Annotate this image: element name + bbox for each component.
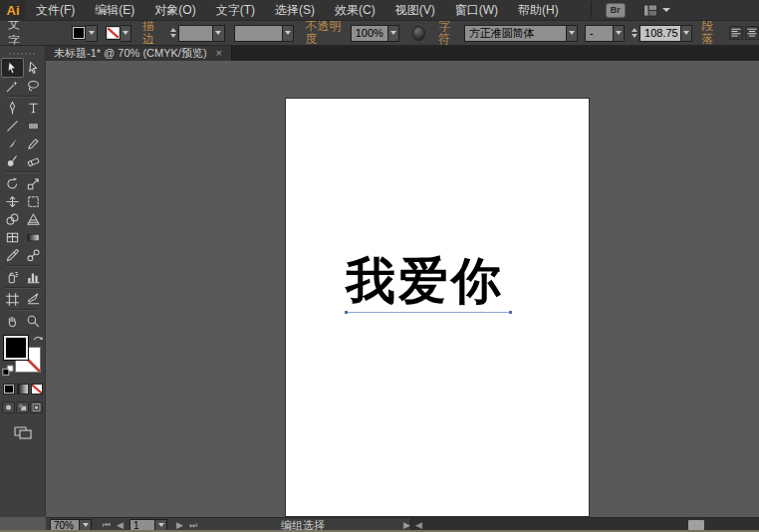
- tab-close-icon[interactable]: ×: [216, 46, 222, 61]
- app-logo: Ai: [0, 0, 26, 21]
- mesh-tool[interactable]: [2, 228, 23, 246]
- stroke-weight-field[interactable]: [178, 25, 214, 42]
- symbol-sprayer-tool[interactable]: [2, 268, 23, 286]
- line-segment-tool[interactable]: [2, 117, 23, 134]
- font-family-dropdown[interactable]: [567, 25, 578, 42]
- shape-builder-tool[interactable]: [2, 210, 23, 228]
- gradient-button[interactable]: [17, 384, 29, 395]
- swap-fill-stroke-icon[interactable]: [33, 333, 44, 347]
- draw-inside-button[interactable]: [30, 401, 43, 413]
- align-left-icon[interactable]: [729, 26, 743, 40]
- style-circle-icon[interactable]: [412, 26, 425, 41]
- lasso-tool[interactable]: [23, 77, 44, 95]
- workspace-switcher-button[interactable]: [641, 4, 670, 17]
- magic-wand-icon: [5, 79, 20, 94]
- screen-mode-button[interactable]: [0, 425, 45, 440]
- zoom-tool[interactable]: [23, 312, 44, 330]
- draw-normal-button[interactable]: [2, 401, 15, 413]
- fill-swatch[interactable]: [3, 335, 29, 361]
- rectangle-tool[interactable]: [23, 117, 44, 134]
- artboard[interactable]: 我爱你: [285, 98, 590, 517]
- rectangle-icon: [26, 119, 41, 133]
- eyedropper-icon: [5, 248, 20, 263]
- scale-icon: [26, 176, 41, 191]
- blob-brush-icon: [5, 154, 20, 169]
- none-button[interactable]: [31, 384, 43, 395]
- opacity-panel-link[interactable]: 不透明度: [305, 21, 346, 46]
- font-size-field[interactable]: 108.75: [639, 25, 681, 42]
- default-fill-stroke-icon[interactable]: [2, 365, 14, 380]
- width-profile-dropdown[interactable]: [283, 25, 294, 42]
- eyedropper-tool[interactable]: [2, 246, 23, 264]
- blob-brush-tool[interactable]: [2, 152, 23, 170]
- bridge-button[interactable]: Br: [606, 3, 626, 18]
- font-size-dropdown[interactable]: [681, 25, 692, 42]
- slice-tool[interactable]: [23, 290, 44, 308]
- stroke-color-dropdown[interactable]: [121, 25, 131, 42]
- opacity-field[interactable]: 100%: [351, 25, 388, 42]
- tools-grid: [0, 59, 45, 330]
- hand-tool[interactable]: [2, 312, 23, 330]
- menu-item-1[interactable]: 文件(F): [26, 0, 85, 21]
- gradient-icon: [26, 230, 41, 245]
- document-tab[interactable]: 未标题-1* @ 70% (CMYK/预览) ×: [45, 46, 232, 61]
- scroll-left-icon[interactable]: ◀: [411, 520, 426, 530]
- direct-selection-tool[interactable]: [23, 59, 44, 77]
- width-profile-field[interactable]: [234, 25, 284, 42]
- blend-icon: [26, 248, 41, 263]
- context-label: 文字: [8, 21, 29, 46]
- opacity-dropdown[interactable]: [388, 25, 399, 42]
- perspective-grid-tool[interactable]: [23, 210, 44, 228]
- width-tool[interactable]: [2, 192, 23, 210]
- fill-color-swatch[interactable]: [72, 26, 87, 40]
- type-tool[interactable]: [23, 99, 44, 117]
- paragraph-panel-link[interactable]: 段落: [701, 21, 722, 46]
- artboard-tool[interactable]: [2, 290, 23, 308]
- direct-selection-icon: [26, 61, 41, 76]
- blend-tool[interactable]: [23, 246, 44, 264]
- menu-item-2[interactable]: 编辑(E): [85, 0, 144, 21]
- scale-tool[interactable]: [23, 174, 44, 192]
- panel-grip[interactable]: [9, 53, 37, 55]
- status-flyout-icon[interactable]: ▶: [403, 520, 410, 530]
- menu-item-7[interactable]: 视图(V): [385, 0, 445, 21]
- canvas-pasteboard[interactable]: 我爱你: [46, 61, 759, 517]
- baseline-anchor-left[interactable]: [345, 311, 348, 314]
- text-baseline-path[interactable]: [346, 312, 511, 313]
- color-button[interactable]: [3, 384, 15, 395]
- font-style-field[interactable]: -: [585, 25, 614, 42]
- stroke-weight-dropdown[interactable]: [213, 25, 224, 42]
- artboard-text[interactable]: 我爱你: [346, 256, 535, 306]
- fill-color-dropdown[interactable]: [86, 25, 97, 42]
- pen-tool[interactable]: [2, 99, 23, 117]
- align-center-icon[interactable]: [745, 26, 759, 40]
- eraser-tool[interactable]: [23, 152, 44, 170]
- character-panel-link[interactable]: 字符: [438, 21, 459, 46]
- rotate-tool[interactable]: [2, 174, 23, 192]
- selection-tool[interactable]: [2, 59, 23, 77]
- menu-item-6[interactable]: 效果(C): [325, 0, 385, 21]
- font-size-stepper[interactable]: [632, 28, 637, 38]
- paintbrush-tool[interactable]: [2, 134, 23, 152]
- column-graph-tool[interactable]: [23, 268, 44, 286]
- gradient-tool[interactable]: [23, 228, 44, 246]
- free-transform-icon: [26, 194, 41, 209]
- menu-item-9[interactable]: 帮助(H): [508, 0, 569, 21]
- draw-behind-button[interactable]: [16, 401, 29, 413]
- pencil-tool[interactable]: [23, 134, 44, 152]
- menu-item-5[interactable]: 选择(S): [265, 0, 325, 21]
- font-style-dropdown[interactable]: [614, 25, 625, 42]
- menu-item-8[interactable]: 窗口(W): [445, 0, 508, 21]
- baseline-anchor-right[interactable]: [509, 311, 512, 314]
- menu-item-4[interactable]: 文字(T): [206, 0, 265, 21]
- pen-icon: [5, 101, 20, 116]
- magic-wand-tool[interactable]: [2, 77, 23, 95]
- stroke-weight-stepper[interactable]: [170, 28, 176, 38]
- scrollbar-thumb[interactable]: [688, 520, 704, 530]
- drawing-modes-row: [0, 401, 45, 413]
- stroke-panel-link[interactable]: 描边: [142, 21, 163, 46]
- stroke-color-swatch[interactable]: [106, 26, 121, 40]
- free-transform-tool[interactable]: [23, 192, 44, 210]
- menu-item-3[interactable]: 对象(O): [144, 0, 205, 21]
- font-family-field[interactable]: 方正准圆简体: [464, 25, 567, 42]
